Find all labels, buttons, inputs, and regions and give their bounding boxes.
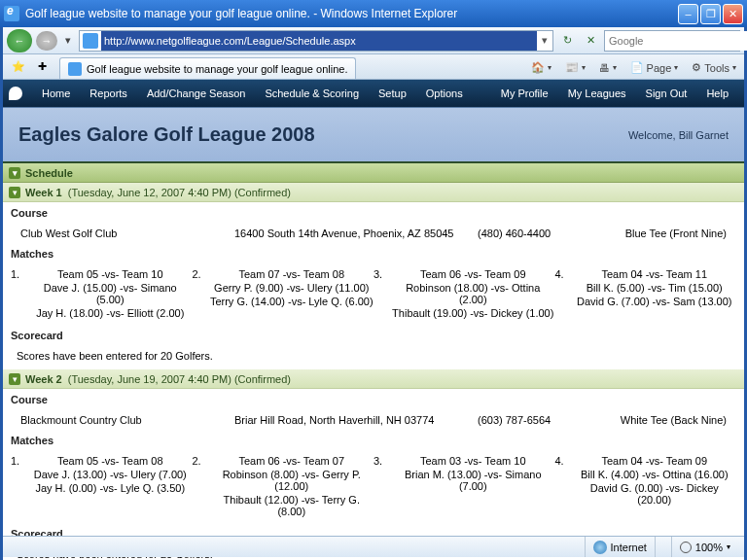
nav-item-schedule-scoring[interactable]: Schedule & Scoring [255, 88, 369, 99]
back-button[interactable]: ← [7, 29, 32, 52]
match-number [555, 482, 573, 506]
search-box-wrap: 🔍 [604, 30, 740, 52]
forward-button[interactable]: → [36, 31, 57, 51]
stop-button[interactable]: ✕ [581, 31, 600, 51]
nav-item-reports[interactable]: Reports [80, 88, 137, 99]
refresh-button[interactable]: ↻ [557, 31, 577, 51]
page-menu[interactable]: 📄Page▾ [626, 59, 683, 76]
maximize-button[interactable]: ❐ [700, 4, 721, 24]
browser-tab-row: ⭐ ✚ Golf league website to manage your g… [3, 54, 744, 80]
match-number: 1. [11, 268, 28, 280]
nav-item-my-leagues[interactable]: My Leagues [558, 88, 636, 99]
security-zone: Internet [585, 537, 655, 557]
match-line: Team 06 -vs- Team 07 [210, 455, 374, 467]
nav-item-home[interactable]: Home [32, 88, 80, 99]
nav-item-add-change-season[interactable]: Add/Change Season [137, 88, 256, 99]
match-number: 1. [11, 455, 28, 467]
site-icon [83, 33, 98, 49]
scorecard-text: Scores have been entered for 20 Golfers. [3, 346, 744, 369]
zoom-icon [680, 542, 692, 553]
match-number [374, 307, 391, 319]
course-name: Blackmount Country Club [20, 414, 234, 426]
match-number [374, 469, 391, 492]
match-line: Team 05 -vs- Team 08 [28, 455, 193, 467]
course-address: 16400 South 14th Avenue, Phoenix, AZ 850… [234, 228, 478, 239]
week-header[interactable]: ▾Week 2(Tuesday, June 19, 2007 4:40 PM) … [3, 369, 744, 389]
match-number [11, 282, 28, 305]
nav-item-my-profile[interactable]: My Profile [491, 88, 558, 99]
window-title: Golf league website to manage your golf … [25, 7, 678, 20]
match-line: Thibault (19.00) -vs- Dickey (1.00) [391, 307, 555, 319]
match-number [193, 296, 210, 307]
match-number [11, 482, 28, 494]
ie-icon [4, 6, 19, 21]
feeds-button[interactable]: 📰▾ [561, 59, 589, 76]
address-dropdown[interactable]: ▾ [537, 34, 552, 47]
collapse-icon[interactable]: ▾ [9, 187, 20, 198]
page-banner: Eagles Galore Golf League 2008 Welcome, … [3, 107, 744, 163]
match-number: 2. [193, 268, 210, 280]
match-number: 4. [555, 455, 573, 467]
week-meta: (Tuesday, June 19, 2007 4:40 PM) (Confir… [68, 373, 291, 385]
match-line: Team 05 -vs- Team 10 [28, 268, 193, 280]
match-number [374, 282, 391, 305]
window-titlebar: Golf league website to manage your golf … [0, 0, 747, 27]
add-favorites-icon[interactable]: ✚ [33, 57, 51, 75]
address-bar[interactable] [101, 31, 537, 51]
tools-menu[interactable]: ⚙Tools▾ [688, 59, 740, 76]
match-column: 3.Team 03 -vs- Team 10Brian M. (13.00) -… [374, 455, 555, 519]
favorites-star-icon[interactable]: ⭐ [10, 57, 27, 75]
minimize-button[interactable]: – [678, 4, 698, 24]
week-title: Week 1 [25, 187, 62, 198]
course-row: Club West Golf Club16400 South 14th Aven… [3, 224, 744, 243]
match-line: David G. (7.00) -vs- Sam (13.00) [573, 296, 737, 307]
match-number [193, 469, 210, 492]
match-line: Robinson (18.00) -vs- Ottina (2.00) [391, 282, 555, 305]
match-line: Jay H. (18.00) -vs- Elliott (2.00) [28, 307, 193, 319]
schedule-section-header[interactable]: ▾ Schedule [3, 163, 744, 183]
course-name: Club West Golf Club [20, 228, 234, 239]
course-row: Blackmount Country ClubBriar Hill Road, … [3, 410, 744, 430]
matches-grid: 1.Team 05 -vs- Team 10Dave J. (15.00) -v… [3, 264, 744, 325]
match-line: Gerry P. (9.00) -vs- Ulery (11.00) [210, 282, 374, 294]
nav-item-setup[interactable]: Setup [369, 88, 416, 99]
match-line: David G. (0.00) -vs- Dickey (20.00) [573, 482, 737, 506]
content-area: ▾ Schedule ▾Week 1(Tuesday, June 12, 200… [3, 163, 744, 560]
course-tee: White Tee (Back Nine) [594, 414, 727, 426]
match-line: Team 03 -vs- Team 10 [391, 455, 555, 467]
nav-item-sign-out[interactable]: Sign Out [636, 88, 697, 99]
print-button[interactable]: 🖶▾ [595, 60, 621, 76]
close-button[interactable]: ✕ [723, 4, 743, 24]
match-column: 4.Team 04 -vs- Team 09Bill K. (4.00) -vs… [555, 455, 737, 519]
match-number [11, 307, 28, 319]
globe-icon [593, 541, 607, 554]
nav-history-dropdown[interactable]: ▾ [61, 29, 75, 52]
tab-favicon [68, 62, 82, 76]
match-line: Dave J. (15.00) -vs- Simano (5.00) [28, 282, 193, 305]
match-line: Thibault (12.00) -vs- Terry G. (8.00) [210, 494, 374, 517]
tab-title: Golf league website to manage your golf … [87, 63, 347, 75]
match-line: Terry G. (14.00) -vs- Lyle Q. (6.00) [210, 296, 374, 307]
zoom-control[interactable]: 100% ▾ [671, 537, 738, 557]
match-line: Bill K. (5.00) -vs- Tim (15.00) [573, 282, 737, 294]
home-button[interactable]: 🏠▾ [527, 59, 555, 76]
course-tee: Blue Tee (Front Nine) [594, 228, 727, 239]
match-line: Robinson (8.00) -vs- Gerry P. (12.00) [210, 469, 374, 492]
nav-item-help[interactable]: Help [696, 88, 738, 99]
search-box[interactable] [605, 31, 747, 51]
course-phone: (603) 787-6564 [478, 414, 594, 426]
match-line: Dave J. (13.00) -vs- Ulery (7.00) [28, 469, 193, 480]
course-phone: (480) 460-4400 [478, 228, 594, 239]
collapse-icon[interactable]: ▾ [9, 167, 20, 179]
match-number [193, 282, 210, 294]
app-logo-icon[interactable] [9, 87, 22, 100]
scorecard-heading: Scorecard [3, 325, 744, 346]
browser-tab[interactable]: Golf league website to manage your golf … [59, 57, 356, 79]
match-column: 1.Team 05 -vs- Team 10Dave J. (15.00) -v… [11, 268, 193, 321]
protected-mode [655, 537, 671, 557]
week-header[interactable]: ▾Week 1(Tuesday, June 12, 2007 4:40 PM) … [3, 183, 744, 202]
match-number: 4. [555, 268, 573, 280]
course-heading: Course [3, 389, 744, 410]
nav-item-options[interactable]: Options [416, 88, 473, 99]
collapse-icon[interactable]: ▾ [9, 373, 20, 385]
